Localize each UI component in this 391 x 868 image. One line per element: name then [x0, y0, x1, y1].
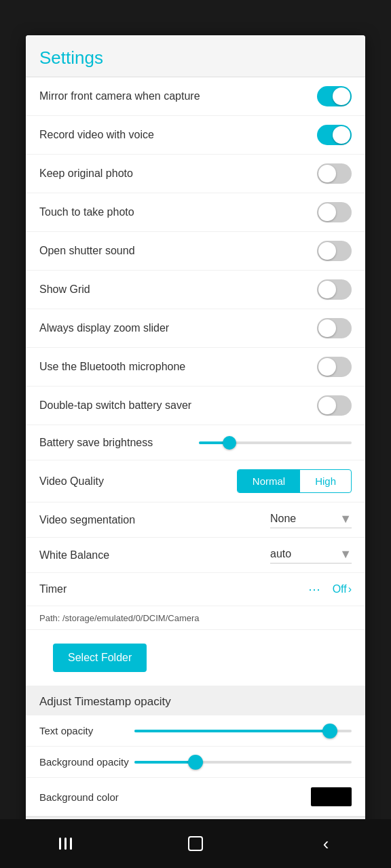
setting-touch-to-take-photo: Touch to take photo: [26, 193, 365, 232]
toggle-thumb: [333, 126, 350, 144]
storage-path-row: Path: /storage/emulated/0/DCIM/Camera: [26, 606, 365, 630]
home-icon: [188, 836, 203, 851]
toggle-keep-original-photo[interactable]: [317, 163, 352, 184]
label-touch-to-take-photo: Touch to take photo: [39, 206, 317, 218]
video-quality-high-btn[interactable]: High: [300, 470, 351, 492]
dialog-header: Settings: [26, 35, 365, 77]
select-folder-container: Select Folder: [26, 630, 365, 686]
setting-always-display-zoom-slider: Always display zoom slider: [26, 309, 365, 348]
navigation-bar: ‹: [0, 819, 391, 868]
toggle-open-shutter-sound[interactable]: [317, 241, 352, 261]
label-battery-save-brightness: Battery save brightness: [39, 437, 192, 449]
brightness-slider-thumb: [223, 436, 236, 450]
chevron-right-icon: ›: [348, 583, 352, 595]
setting-video-quality: Video Quality Normal High: [26, 460, 365, 502]
text-opacity-row: Text opacity: [26, 715, 365, 747]
setting-record-video-voice: Record video with voice: [26, 116, 365, 155]
setting-video-segmentation: Video segmentation None ▼: [26, 502, 365, 538]
brightness-slider-track[interactable]: [199, 441, 352, 444]
text-opacity-slider-fill: [134, 730, 330, 732]
toggle-thumb: [318, 203, 336, 221]
setting-open-shutter-sound: Open shutter sound: [26, 232, 365, 271]
bg-opacity-slider-thumb: [188, 755, 203, 770]
recent-apps-icon: [59, 837, 72, 850]
storage-path-text: Path: /storage/emulated/0/DCIM/Camera: [39, 613, 200, 623]
nav-line-2: [64, 837, 67, 850]
text-opacity-slider-thumb: [322, 724, 337, 738]
label-text-opacity: Text opacity: [39, 725, 134, 736]
setting-double-tap-battery-saver: Double-tap switch battery saver: [26, 387, 365, 425]
toggle-show-grid[interactable]: [317, 279, 352, 300]
toggle-always-display-zoom-slider[interactable]: [317, 318, 352, 338]
label-video-segmentation: Video segmentation: [39, 514, 270, 526]
timer-value: Off: [333, 583, 347, 595]
select-folder-button[interactable]: Select Folder: [53, 644, 147, 672]
video-segmentation-dropdown[interactable]: None ▼: [270, 512, 352, 528]
label-background-color: Background color: [39, 791, 311, 803]
label-always-display-zoom-slider: Always display zoom slider: [39, 322, 317, 334]
setting-timer: Timer ⋯ Off ›: [26, 573, 365, 606]
background-opacity-row: Background opacity: [26, 747, 365, 778]
recent-apps-button[interactable]: [45, 823, 86, 864]
setting-use-bluetooth-microphone: Use the Bluetooth microphone: [26, 348, 365, 387]
toggle-thumb: [318, 397, 336, 414]
setting-white-balance: White Balance auto ▼: [26, 538, 365, 573]
settings-list: Mirror front camera when capture Record …: [26, 77, 365, 686]
toggle-thumb: [333, 87, 350, 105]
label-show-grid: Show Grid: [39, 283, 317, 296]
back-icon: ‹: [323, 833, 329, 854]
bg-opacity-slider-fill: [134, 761, 196, 764]
toggle-thumb: [318, 165, 336, 182]
label-record-video-voice: Record video with voice: [39, 129, 317, 141]
toggle-thumb: [318, 319, 336, 337]
home-button[interactable]: [175, 823, 216, 864]
video-segmentation-value: None: [270, 513, 296, 525]
toggle-touch-to-take-photo[interactable]: [317, 202, 352, 222]
setting-show-grid: Show Grid: [26, 271, 365, 309]
setting-keep-original-photo: Keep original photo: [26, 155, 365, 193]
toggle-thumb: [318, 281, 336, 298]
timer-more-icon[interactable]: ⋯: [308, 582, 322, 597]
toggle-record-video-voice[interactable]: [317, 125, 352, 145]
background-color-swatch[interactable]: [311, 787, 352, 806]
white-balance-dropdown[interactable]: auto ▼: [270, 547, 352, 564]
video-quality-segmented: Normal High: [237, 469, 352, 493]
back-button[interactable]: ‹: [305, 823, 346, 864]
label-open-shutter-sound: Open shutter sound: [39, 245, 317, 257]
label-mirror-front-camera: Mirror front camera when capture: [39, 90, 317, 102]
timestamp-section: Adjust Timestamp opacity: [26, 686, 365, 709]
dialog-title: Settings: [39, 47, 352, 68]
video-quality-normal-btn[interactable]: Normal: [238, 470, 300, 492]
nav-line-3: [70, 837, 72, 850]
label-double-tap-battery-saver: Double-tap switch battery saver: [39, 399, 317, 412]
chevron-down-icon: ▼: [339, 512, 352, 526]
label-background-opacity: Background opacity: [39, 756, 134, 768]
label-keep-original-photo: Keep original photo: [39, 167, 317, 180]
text-opacity-slider-track[interactable]: [134, 730, 352, 732]
toggle-thumb: [318, 358, 336, 376]
settings-dialog: Settings Mirror front camera when captur…: [26, 35, 365, 856]
toggle-double-tap-battery-saver[interactable]: [317, 395, 352, 416]
setting-mirror-front-camera: Mirror front camera when capture: [26, 77, 365, 116]
timestamp-section-title: Adjust Timestamp opacity: [39, 695, 352, 709]
toggle-use-bluetooth-microphone[interactable]: [317, 357, 352, 377]
label-white-balance: White Balance: [39, 549, 270, 561]
chevron-down-icon: ▼: [339, 547, 352, 561]
label-video-quality: Video Quality: [39, 475, 237, 488]
setting-battery-save-brightness: Battery save brightness: [26, 425, 365, 460]
bg-opacity-slider-track[interactable]: [134, 761, 352, 764]
toggle-thumb: [318, 242, 336, 260]
label-use-bluetooth-microphone: Use the Bluetooth microphone: [39, 361, 317, 373]
background-color-row: Background color: [26, 778, 365, 816]
label-timer: Timer: [39, 583, 308, 595]
nav-line-1: [59, 837, 61, 850]
toggle-mirror-front-camera[interactable]: [317, 86, 352, 106]
white-balance-value: auto: [270, 548, 291, 560]
